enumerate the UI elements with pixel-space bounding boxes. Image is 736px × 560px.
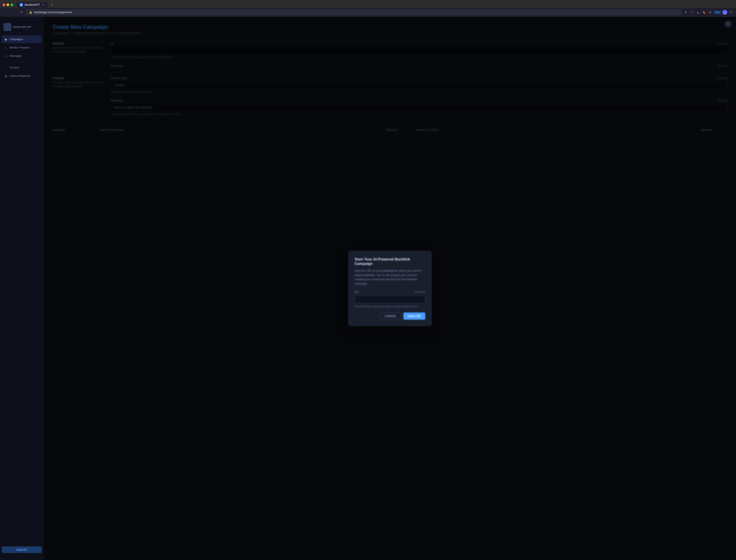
share-icon[interactable]: ⬆ [683,10,688,15]
sidebar-item-label: Feature Requests [10,74,31,77]
refresh-button[interactable]: ↺ [18,9,25,15]
sidebar-item-messages[interactable]: ◻ Messages [2,52,42,60]
back-button[interactable]: ‹ [3,9,9,15]
analyze-button[interactable]: ANALYZE [404,312,425,320]
address-url: backlinkgpt.com/campaigns/new [34,11,72,14]
profile-icon[interactable]: ● [722,10,727,15]
sidebar-item-campaigns[interactable]: ◉ Campaigns [2,35,42,43]
modal-url-label: Url [354,290,358,293]
sidebar-bottom: Upgrade [0,546,44,556]
tab-favicon: B [20,3,23,6]
new-tab-button[interactable]: + [49,2,55,8]
vpn-icon[interactable]: VPN [714,11,721,14]
sidebar-item-monitor-progress[interactable]: ○ Monitor Progress [2,44,42,52]
tab-bar: B BacklinkGPT ✕ + [17,2,55,8]
main-content: FJ Create New Campaign A campaign is a s… [44,17,736,560]
logo-icon [4,23,11,31]
sidebar-item-label: Messages [10,54,22,57]
toolbar-icons: ⬆ 🛡 ▲ 🔖 ⚙ VPN ● ≡ [683,10,733,15]
browser-chrome: B BacklinkGPT ✕ + ‹ › ↺ 🔒 backlinkgpt.co… [0,0,736,17]
modal-actions: CANCEL ANALYZE [354,312,425,320]
sidebar-logo: BACKLINK GPT [0,20,44,35]
title-bar: B BacklinkGPT ✕ + [0,0,736,8]
sidebar-item-account[interactable]: ○ Account [2,64,42,72]
cancel-button[interactable]: CANCEL [380,312,401,320]
app-container: BACKLINK GPT ◉ Campaigns ○ Monitor Progr… [0,17,736,560]
feature-requests-icon: ◉ [4,74,7,78]
sidebar-item-feature-requests[interactable]: ◉ Feature Requests [2,72,42,80]
campaigns-icon: ◉ [4,38,7,41]
sidebar: BACKLINK GPT ◉ Campaigns ○ Monitor Progr… [0,17,44,560]
sidebar-item-label: Account [10,66,19,69]
monitor-icon: ○ [4,46,7,49]
upgrade-button[interactable]: Upgrade [2,546,42,553]
alert-icon[interactable]: ▲ [695,10,700,15]
maximize-window-button[interactable] [11,4,13,6]
messages-icon: ◻ [4,54,7,58]
sidebar-item-label: Monitor Progress [10,46,30,49]
modal-url-input[interactable] [354,295,425,303]
modal-dialog: Start Your AI-Powered Backlink Campaign … [348,251,432,326]
forward-button[interactable]: › [11,9,17,15]
sidebar-divider [2,62,42,62]
sidebar-nav: ◉ Campaigns ○ Monitor Progress ◻ Message… [0,35,44,546]
modal-description: Input the URL of your webpage for which … [354,269,425,286]
modal-url-hint: The url of the content you want to aquir… [354,305,425,308]
browser-toolbar: ‹ › ↺ 🔒 backlinkgpt.com/campaigns/new ⬆ … [0,8,736,17]
logo-text: BACKLINK GPT [13,26,31,28]
active-tab[interactable]: B BacklinkGPT ✕ [17,2,48,8]
modal-url-required: Required [415,290,425,293]
tab-close-button[interactable]: ✕ [41,3,45,6]
shield-icon[interactable]: 🛡 [689,10,694,15]
address-bar[interactable]: 🔒 backlinkgpt.com/campaigns/new [26,10,681,15]
menu-icon[interactable]: ≡ [729,10,733,15]
modal-overlay: Start Your AI-Powered Backlink Campaign … [44,17,736,560]
tab-title: BacklinkGPT [25,3,40,6]
extensions-icon[interactable]: ⚙ [708,10,713,15]
close-window-button[interactable] [3,4,5,6]
account-icon: ○ [4,66,7,69]
bookmark-icon[interactable]: 🔖 [702,10,706,15]
traffic-lights [3,4,13,6]
modal-title: Start Your AI-Powered Backlink Campaign [354,257,425,266]
sidebar-item-label: Campaigns [10,38,23,41]
minimize-window-button[interactable] [7,4,9,6]
modal-field-header: Url Required [354,290,425,293]
